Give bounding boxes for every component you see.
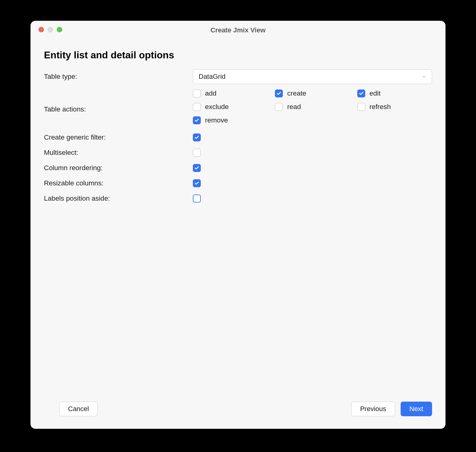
option-label: Column reordering: — [44, 164, 193, 172]
titlebar: Create Jmix View — [31, 21, 445, 37]
option-checkbox[interactable] — [193, 195, 201, 202]
action-checkbox-read[interactable] — [275, 103, 283, 111]
action-label: read — [287, 103, 301, 111]
table-actions-row: Table actions: addcreateeditexcludereadr… — [44, 85, 432, 124]
options-list: Create generic filter:Multiselect:Column… — [44, 130, 432, 206]
action-label: add — [205, 89, 217, 97]
option-row: Multiselect: — [44, 145, 432, 160]
option-checkbox[interactable] — [193, 179, 201, 187]
table-type-value: DataGrid — [199, 73, 225, 81]
action-item-read: read — [275, 103, 350, 111]
table-actions-label: Table actions: — [44, 85, 193, 116]
option-row: Create generic filter: — [44, 130, 432, 145]
action-item-exclude: exclude — [193, 103, 268, 111]
action-label: edit — [370, 89, 380, 97]
action-item-edit: edit — [357, 89, 432, 97]
action-item-remove: remove — [193, 116, 268, 124]
option-label: Resizable columns: — [44, 179, 193, 187]
option-row: Labels position aside: — [44, 191, 432, 206]
option-checkbox[interactable] — [193, 149, 201, 157]
action-checkbox-remove[interactable] — [193, 116, 201, 124]
cancel-button[interactable]: Cancel — [59, 402, 98, 416]
action-label: create — [287, 89, 306, 97]
option-label: Multiselect: — [44, 149, 193, 157]
option-checkbox[interactable] — [193, 133, 201, 141]
window-title: Create Jmix View — [31, 26, 445, 34]
option-row: Column reordering: — [44, 160, 432, 176]
dialog-window: Create Jmix View Entity list and detail … — [31, 21, 445, 429]
action-checkbox-edit[interactable] — [357, 89, 365, 97]
action-item-add: add — [193, 89, 268, 97]
table-actions-grid: addcreateeditexcludereadrefreshremove — [193, 85, 432, 124]
dialog-content: Entity list and detail options Table typ… — [31, 37, 445, 395]
page-title: Entity list and detail options — [44, 49, 432, 61]
action-checkbox-add[interactable] — [193, 89, 201, 97]
action-checkbox-refresh[interactable] — [357, 103, 365, 111]
action-item-create: create — [275, 89, 350, 97]
action-label: refresh — [370, 103, 391, 111]
option-checkbox[interactable] — [193, 164, 201, 172]
option-row: Resizable columns: — [44, 176, 432, 191]
table-type-row: Table type: DataGrid — [44, 69, 432, 84]
dialog-footer: Cancel Previous Next — [31, 395, 445, 429]
table-type-select[interactable]: DataGrid — [193, 69, 432, 84]
action-item-refresh: refresh — [357, 103, 432, 111]
action-checkbox-exclude[interactable] — [193, 103, 201, 111]
action-label: exclude — [205, 103, 229, 111]
next-button[interactable]: Next — [401, 402, 432, 416]
table-type-label: Table type: — [44, 70, 193, 84]
previous-button[interactable]: Previous — [351, 402, 395, 416]
chevron-down-icon — [422, 73, 426, 81]
action-checkbox-create[interactable] — [275, 89, 283, 97]
option-label: Labels position aside: — [44, 195, 193, 202]
option-label: Create generic filter: — [44, 133, 193, 141]
action-label: remove — [205, 116, 228, 124]
